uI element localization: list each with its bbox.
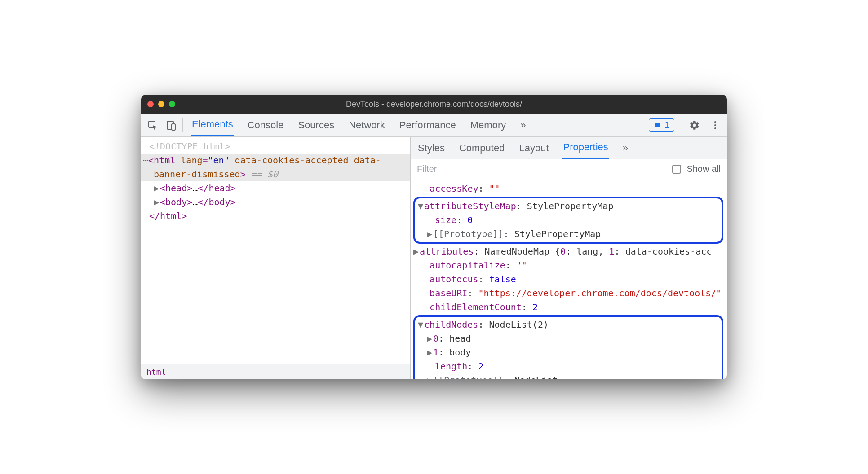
separator [680, 118, 680, 132]
main-toolbar: Elements Console Sources Network Perform… [141, 114, 727, 137]
dom-head[interactable]: ▶<head>…</head> [141, 181, 410, 195]
breadcrumb[interactable]: html [141, 364, 410, 379]
dom-doctype[interactable]: <!DOCTYPE html> [141, 140, 410, 154]
tab-sources[interactable]: Sources [297, 115, 335, 136]
tab-elements[interactable]: Elements [191, 114, 234, 136]
prop-cn-proto[interactable]: ▶[[Prototype]]: NodeList [417, 373, 720, 379]
kebab-menu-icon[interactable] [706, 116, 724, 134]
window-title: DevTools - developer.chrome.com/docs/dev… [141, 100, 727, 109]
subtab-computed[interactable]: Computed [458, 138, 506, 158]
prop-accesskey[interactable]: accessKey: "" [411, 182, 727, 196]
dom-html-open-cont[interactable]: banner-dismissed> == $0 [141, 167, 410, 181]
settings-icon[interactable] [686, 116, 704, 134]
svg-rect-2 [172, 124, 175, 130]
tabs-overflow[interactable]: » [519, 115, 527, 136]
elements-pane: <!DOCTYPE html> ⋯<html lang="en" data-co… [141, 137, 411, 379]
tab-console[interactable]: Console [247, 115, 285, 136]
highlight-childnodes: ▼childNodes: NodeList(2) ▶0: head ▶1: bo… [413, 315, 723, 379]
highlight-attributestylemap: ▼attributeStyleMap: StylePropertyMap siz… [413, 197, 723, 244]
prop-cn-length[interactable]: length: 2 [417, 360, 720, 373]
dom-tree[interactable]: <!DOCTYPE html> ⋯<html lang="en" data-co… [141, 137, 410, 364]
svg-point-3 [714, 121, 716, 123]
prop-autofocus[interactable]: autofocus: false [411, 272, 727, 286]
prop-attributes[interactable]: ▶attributes: NamedNodeMap {0: lang, 1: d… [411, 245, 727, 259]
maximize-window-button[interactable] [169, 101, 175, 107]
subtab-properties[interactable]: Properties [562, 137, 609, 159]
prop-cn-1[interactable]: ▶1: body [417, 346, 720, 360]
prop-asm-size[interactable]: size: 0 [417, 213, 720, 227]
tab-memory[interactable]: Memory [469, 115, 507, 136]
issues-badge[interactable]: 1 [649, 118, 674, 132]
show-all-checkbox[interactable] [672, 165, 681, 174]
prop-childelementcount[interactable]: childElementCount: 2 [411, 300, 727, 314]
prop-autocapitalize[interactable]: autocapitalize: "" [411, 259, 727, 272]
subtab-layout[interactable]: Layout [518, 138, 549, 158]
properties-filter-input[interactable] [417, 164, 667, 174]
subtabs-overflow[interactable]: » [622, 138, 629, 158]
minimize-window-button[interactable] [158, 101, 164, 107]
tab-network[interactable]: Network [348, 115, 386, 136]
titlebar: DevTools - developer.chrome.com/docs/dev… [141, 95, 727, 114]
properties-list[interactable]: accessKey: "" ▼attributeStyleMap: StyleP… [411, 179, 727, 379]
prop-childnodes[interactable]: ▼childNodes: NodeList(2) [417, 318, 720, 332]
devtools-window: DevTools - developer.chrome.com/docs/dev… [141, 95, 727, 379]
prop-cn-0[interactable]: ▶0: head [417, 332, 720, 346]
dom-html-open[interactable]: ⋯<html lang="en" data-cookies-accepted d… [141, 154, 410, 167]
message-icon [654, 121, 662, 129]
prop-baseuri[interactable]: baseURI: "https://developer.chrome.com/d… [411, 286, 727, 300]
prop-asm-proto[interactable]: ▶[[Prototype]]: StylePropertyMap [417, 227, 720, 241]
close-window-button[interactable] [147, 101, 154, 107]
svg-point-5 [714, 127, 716, 129]
sidebar-tabs: Styles Computed Layout Properties » [411, 137, 727, 159]
content-split: <!DOCTYPE html> ⋯<html lang="en" data-co… [141, 137, 727, 379]
separator [182, 118, 183, 132]
properties-filter-bar: Show all [411, 159, 727, 179]
issues-count: 1 [664, 120, 669, 130]
sidebar-pane: Styles Computed Layout Properties » Show… [411, 137, 727, 379]
inspect-element-icon[interactable] [144, 116, 162, 134]
tab-performance[interactable]: Performance [399, 115, 457, 136]
window-controls [147, 101, 175, 107]
main-tabs: Elements Console Sources Network Perform… [186, 114, 649, 136]
subtab-styles[interactable]: Styles [417, 138, 446, 158]
toolbar-right: 1 [649, 116, 724, 134]
show-all-label: Show all [686, 164, 721, 174]
svg-point-4 [714, 124, 716, 126]
device-toggle-icon[interactable] [162, 116, 180, 134]
dom-html-close[interactable]: </html> [141, 209, 410, 223]
prop-attributestylemap[interactable]: ▼attributeStyleMap: StylePropertyMap [417, 199, 720, 213]
dom-body[interactable]: ▶<body>…</body> [141, 195, 410, 209]
